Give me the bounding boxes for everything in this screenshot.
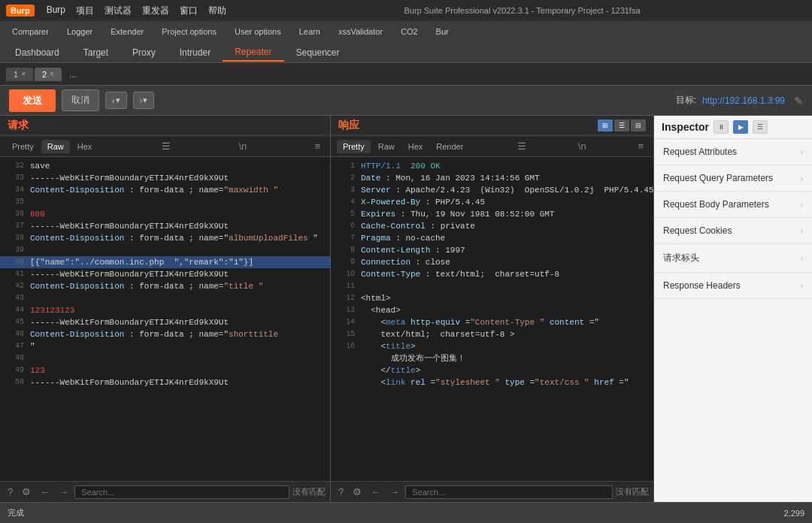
inspector-item-response-headers[interactable]: Response Headers ›: [654, 273, 812, 299]
nav-repeater[interactable]: Repeater: [223, 44, 283, 62]
req-search-input[interactable]: [74, 485, 289, 499]
resp-line-9: 9Connection : close: [331, 256, 653, 268]
inspector-btn-menu[interactable]: ☰: [753, 120, 768, 134]
nav-xssvalidator[interactable]: xssValidator: [329, 24, 392, 39]
resp-no-match: 没有匹配: [616, 486, 649, 497]
req-tab-hex[interactable]: Hex: [71, 140, 98, 153]
edit-target-icon[interactable]: ✎: [794, 95, 803, 107]
nav-learn[interactable]: Learn: [290, 24, 329, 39]
view-btn-cols[interactable]: ⊟: [631, 119, 646, 132]
inspector-item-request-headers[interactable]: 请求标头 ›: [654, 244, 812, 273]
req-help-icon[interactable]: ?: [5, 485, 16, 499]
menu-window[interactable]: 窗口: [180, 5, 198, 17]
inspector-panel: Inspector ⏸ ▶ ☰ Request Attributes › Req…: [654, 116, 812, 502]
nav-prev-dropdown-icon: ▾: [116, 95, 120, 105]
toolbar: 发送 取消 ‹ ▾ › ▾ 目标: http://192.168.1.3:99 …: [0, 86, 812, 116]
nav-logger[interactable]: Logger: [58, 24, 102, 39]
tab-more[interactable]: ...: [63, 67, 83, 82]
resp-forward-icon[interactable]: →: [386, 485, 402, 499]
resp-line-6: 6Cache-Control : private: [331, 220, 653, 232]
nav-extender[interactable]: Extender: [102, 24, 153, 39]
resp-tab-render[interactable]: Render: [430, 140, 469, 153]
inspector-item-cookies[interactable]: Request Cookies ›: [654, 218, 812, 244]
chevron-right-icon: ›: [801, 148, 803, 156]
req-forward-icon[interactable]: →: [56, 485, 71, 499]
status-right: 2,299: [783, 509, 804, 518]
menu-bar: Burp 项目 测试器 重发器 窗口 帮助: [47, 5, 226, 17]
resp-icon-wrap[interactable]: \n: [574, 139, 590, 153]
close-tab-2-icon[interactable]: ×: [50, 70, 54, 78]
req-line-50: 50------WebKitFormBoundaryETIJK4nrEd9kX9…: [0, 376, 330, 388]
resp-search-input[interactable]: [405, 485, 613, 499]
req-settings-icon[interactable]: ⚙: [19, 485, 34, 499]
nav-intruder[interactable]: Intruder: [168, 44, 223, 61]
request-bottom-bar: ? ⚙ ← → 没有匹配: [0, 481, 330, 502]
req-tab-raw[interactable]: Raw: [41, 140, 70, 153]
inspector-item-body-params[interactable]: Request Body Parameters ›: [654, 192, 812, 218]
request-code-area[interactable]: 32save 33------WebKitFormBoundaryETIJK4n…: [0, 157, 330, 481]
nav-target[interactable]: Target: [71, 44, 120, 61]
resp-line-2: 2Date : Mon, 16 Jan 2023 14:14:56 GMT: [331, 172, 653, 184]
target-url[interactable]: http://192.168.1.3:99: [702, 95, 785, 106]
req-icon-list[interactable]: ☰: [158, 139, 174, 153]
title-bar: Burp Burp 项目 测试器 重发器 窗口 帮助 Burp Suite Pr…: [0, 0, 812, 21]
req-line-37: 37------WebKitFormBoundaryETIJK4nrEd9kX9…: [0, 220, 330, 232]
nav-proxy[interactable]: Proxy: [120, 44, 168, 61]
nav-row-2: Dashboard Target Proxy Intruder Repeater…: [0, 42, 812, 63]
cancel-button[interactable]: 取消: [62, 89, 99, 111]
req-icon-menu[interactable]: ≡: [311, 139, 324, 153]
req-line-38: 38Content-Disposition : form-data ; name…: [0, 232, 330, 244]
menu-burp[interactable]: Burp: [47, 5, 65, 17]
nav-next-button[interactable]: › ▾: [133, 92, 155, 109]
nav-project-options[interactable]: Project options: [153, 24, 226, 39]
request-tab-1[interactable]: 1 ×: [6, 68, 33, 81]
resp-line-15: 15 text/html; charset=utf-8 >: [331, 328, 653, 340]
resp-line-19: <link rel ="stylesheet " type ="text/css…: [331, 376, 653, 388]
inspector-item-request-attributes[interactable]: Request Attributes ›: [654, 139, 812, 165]
resp-line-8: 8Content-Length : 1997: [331, 244, 653, 256]
view-btn-grid[interactable]: ⊞: [598, 119, 613, 132]
req-line-34: 34Content-Disposition : form-data ; name…: [0, 184, 330, 196]
resp-icon-list[interactable]: ☰: [514, 139, 530, 153]
menu-tester[interactable]: 测试器: [105, 5, 132, 17]
resp-line-10: 10Content-Type : text/html; charset=utf-…: [331, 268, 653, 280]
view-btn-list[interactable]: ☰: [614, 119, 629, 132]
inspector-btn-play[interactable]: ▶: [733, 120, 748, 134]
resp-help-icon[interactable]: ?: [335, 485, 347, 499]
request-panel: 请求 Pretty Raw Hex ☰ \n ≡ 32save 33------…: [0, 116, 331, 502]
nav-more[interactable]: Bur: [427, 24, 458, 39]
resp-tab-raw[interactable]: Raw: [372, 140, 401, 153]
main-content: 请求 Pretty Raw Hex ☰ \n ≡ 32save 33------…: [0, 116, 812, 502]
menu-project[interactable]: 项目: [76, 5, 94, 17]
nav-co2[interactable]: CO2: [392, 24, 427, 39]
response-code-area[interactable]: 1HTTP/1.1 200 OK 2Date : Mon, 16 Jan 202…: [331, 157, 653, 481]
req-line-40: 40[{"name":"../common.inc.php ","remark"…: [0, 256, 330, 268]
nav-comparer[interactable]: Comparer: [3, 24, 58, 39]
req-line-42: 42Content-Disposition : form-data ; name…: [0, 280, 330, 292]
menu-help[interactable]: 帮助: [208, 5, 226, 17]
nav-dashboard[interactable]: Dashboard: [3, 44, 71, 61]
send-button[interactable]: 发送: [9, 89, 56, 112]
close-tab-1-icon[interactable]: ×: [21, 70, 26, 78]
request-tab-2[interactable]: 2 ×: [35, 68, 62, 81]
request-panel-header: 请求: [0, 116, 330, 136]
req-icon-wrap[interactable]: \n: [235, 139, 250, 153]
resp-tab-hex[interactable]: Hex: [402, 140, 429, 153]
inspector-item-query-params[interactable]: Request Query Parameters ›: [654, 165, 812, 192]
nav-user-options[interactable]: User options: [226, 24, 290, 39]
nav-sequencer[interactable]: Sequencer: [284, 44, 352, 61]
menu-repeater[interactable]: 重发器: [142, 5, 169, 17]
req-tab-pretty[interactable]: Pretty: [6, 140, 40, 153]
req-line-36: 36800: [0, 208, 330, 220]
nav-prev-button[interactable]: ‹ ▾: [105, 92, 127, 109]
resp-tab-pretty[interactable]: Pretty: [337, 140, 371, 153]
resp-settings-icon[interactable]: ⚙: [350, 485, 365, 499]
req-back-icon[interactable]: ←: [37, 485, 53, 499]
req-line-43: 43: [0, 292, 330, 304]
request-tab-bar: 1 × 2 × ...: [0, 63, 812, 86]
resp-line-17: 成功发布一个图集！: [331, 352, 653, 364]
resp-icon-menu[interactable]: ≡: [634, 139, 647, 153]
request-title: 请求: [8, 119, 29, 131]
inspector-btn-pause[interactable]: ⏸: [714, 120, 729, 134]
resp-back-icon[interactable]: ←: [368, 485, 383, 499]
